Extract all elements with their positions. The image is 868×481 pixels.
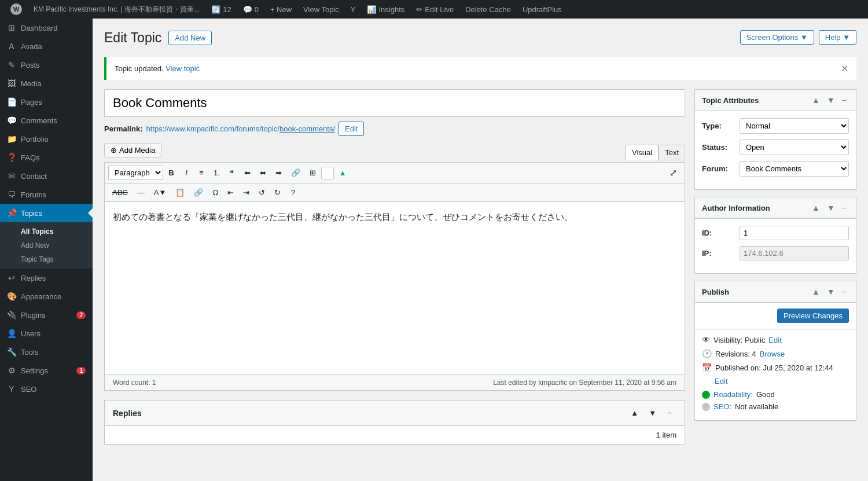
replies-collapse-up-button[interactable]: ▲ — [627, 406, 642, 420]
insert-link-button[interactable]: 🔗 — [190, 186, 207, 199]
publish-hide-button[interactable]: − — [840, 286, 849, 298]
elementor-button[interactable]: ▲ — [335, 166, 351, 179]
horizontal-rule-button[interactable]: — — [133, 186, 149, 199]
revisions-row: 🕐 Revisions: 4 Browse — [702, 349, 849, 358]
author-hide-button[interactable]: − — [840, 202, 849, 214]
tools-icon: 🔧 — [7, 347, 16, 357]
redo-button[interactable]: ↻ — [270, 186, 285, 199]
wp-logo-link[interactable]: W — [6, 0, 27, 19]
paste-button[interactable]: 📋 — [171, 186, 189, 199]
sidebar-item-dashboard[interactable]: ⊞ Dashboard — [0, 19, 93, 37]
screen-options-button[interactable]: Screen Options ▼ — [740, 30, 814, 45]
font-color-button[interactable]: A▼ — [150, 186, 171, 199]
submenu-item-topic-tags[interactable]: Topic Tags — [0, 252, 93, 266]
align-right-button[interactable]: ➡ — [271, 166, 286, 179]
bold-button[interactable]: B — [164, 166, 178, 179]
submenu-item-all-topics[interactable]: All Topics — [0, 225, 93, 238]
blockquote-button[interactable]: ❝ — [225, 166, 239, 179]
sidebar-item-topics[interactable]: 📌 Topics — [0, 204, 93, 222]
sidebar-item-comments[interactable]: 💬 Comments — [0, 111, 93, 130]
permalink-url[interactable]: https://www.kmpacific.com/forums/topic/b… — [146, 124, 335, 133]
site-name-link[interactable]: KM Pacific Investments Inc. | 海外不動産投資・資産… — [29, 0, 204, 19]
topic-attr-down-button[interactable]: ▼ — [825, 94, 837, 106]
visibility-row: 👁 Visibility: Public Edit — [702, 335, 849, 344]
strikethrough-button[interactable]: ABC — [108, 186, 132, 199]
topic-attributes-box: Topic Attributes ▲ ▼ − Type: Normal — [694, 89, 856, 190]
sidebar-item-portfolio[interactable]: 📁 Portfolio — [0, 130, 93, 148]
italic-button[interactable]: I — [179, 166, 193, 179]
forum-select[interactable]: Book Comments — [740, 161, 849, 177]
tab-visual[interactable]: Visual — [626, 145, 659, 160]
author-down-button[interactable]: ▼ — [825, 202, 837, 214]
table-button[interactable]: ⊞ — [306, 166, 320, 179]
sidebar-item-avada[interactable]: A Avada — [0, 37, 93, 56]
sidebar-item-tools[interactable]: 🔧 Tools — [0, 343, 93, 361]
tab-text[interactable]: Text — [659, 145, 685, 160]
sidebar-item-replies[interactable]: ↩ Replies — [0, 269, 93, 287]
seo-link[interactable]: SEO: — [713, 402, 731, 411]
replies-hide-button[interactable]: − — [663, 406, 676, 420]
readability-link[interactable]: Readability: — [713, 390, 753, 399]
view-topic-link[interactable]: View Topic — [299, 0, 344, 19]
sidebar-item-media[interactable]: 🖼 Media — [0, 74, 93, 93]
color-picker-button[interactable] — [321, 167, 334, 179]
post-title-input[interactable] — [104, 89, 685, 117]
insights-link[interactable]: 📊 Insights — [362, 0, 409, 19]
sidebar-item-contact[interactable]: ✉ Contact — [0, 167, 93, 185]
sidebar-item-plugins[interactable]: 🔌 Plugins 7 — [0, 306, 93, 324]
comments-link[interactable]: 💬 0 — [238, 0, 263, 19]
outdent-button[interactable]: ⇤ — [223, 186, 238, 199]
type-select[interactable]: Normal Sticky Super Sticky — [740, 118, 849, 134]
sidebar-item-faqs[interactable]: ❓ FAQs — [0, 148, 93, 167]
replies-collapse-down-button[interactable]: ▼ — [645, 406, 660, 420]
yoast-icon[interactable]: Y — [346, 0, 361, 19]
published-edit-link[interactable]: Edit — [715, 377, 727, 385]
sidebar-item-forums[interactable]: 🗨 Forums — [0, 185, 93, 204]
link-button[interactable]: 🔗 — [287, 166, 304, 179]
expand-toolbar-button[interactable]: ⤢ — [665, 165, 681, 181]
dashboard-icon: ⊞ — [7, 23, 16, 32]
edit-live-link[interactable]: ✏ Edit Live — [411, 0, 458, 19]
publish-up-button[interactable]: ▲ — [810, 286, 822, 298]
sidebar-item-posts[interactable]: ✎ Posts — [0, 56, 93, 74]
publish-down-button[interactable]: ▼ — [825, 286, 837, 298]
topic-attr-up-button[interactable]: ▲ — [810, 94, 822, 106]
add-media-button[interactable]: ⊕ Add Media — [104, 143, 161, 157]
align-center-button[interactable]: ⬌ — [256, 166, 270, 179]
add-media-label: Add Media — [119, 146, 155, 155]
indent-button[interactable]: ⇥ — [239, 186, 253, 199]
view-topic-link[interactable]: View topic — [165, 64, 200, 73]
sidebar-item-pages[interactable]: 📄 Pages — [0, 93, 93, 111]
help-toolbar-button[interactable]: ? — [286, 186, 300, 199]
editor-content[interactable]: 初めての著書となる「家業を継げなかった三代目、継がなかった三代目」について、ぜひ… — [104, 201, 685, 375]
add-new-button[interactable]: Add New — [168, 31, 212, 45]
sidebar-item-appearance[interactable]: 🎨 Appearance — [0, 287, 93, 306]
align-left-button[interactable]: ⬅ — [240, 166, 255, 179]
updates-link[interactable]: 🔄 12 — [207, 0, 236, 19]
published-on-label: Published on: Jul 25, 2020 at 12:44 — [715, 363, 833, 372]
paragraph-select[interactable]: Paragraph Heading 1 Heading 2 Heading 3 — [108, 166, 163, 180]
sidebar-item-seo[interactable]: Y SEO — [0, 380, 93, 398]
help-button[interactable]: Help ▼ — [819, 30, 856, 45]
revisions-browse-link[interactable]: Browse — [760, 350, 785, 358]
sidebar-item-users[interactable]: 👤 Users — [0, 324, 93, 343]
author-up-button[interactable]: ▲ — [810, 202, 822, 214]
topic-attr-hide-button[interactable]: − — [840, 94, 849, 106]
status-select[interactable]: Open Closed — [740, 139, 849, 155]
special-chars-button[interactable]: Ω — [208, 186, 222, 199]
unordered-list-button[interactable]: ≡ — [194, 166, 208, 179]
ordered-list-button[interactable]: 1. — [209, 166, 224, 179]
author-id-input[interactable] — [740, 226, 849, 240]
new-link[interactable]: + New — [266, 0, 296, 19]
submenu-item-add-new[interactable]: Add New — [0, 238, 93, 252]
permalink-edit-button[interactable]: Edit — [339, 122, 364, 136]
undo-button[interactable]: ↺ — [255, 186, 269, 199]
visibility-edit-link[interactable]: Edit — [768, 336, 781, 344]
delete-cache-link[interactable]: Delete Cache — [461, 0, 516, 19]
sidebar-item-settings[interactable]: ⚙ Settings 1 — [0, 361, 93, 380]
updraftplus-link[interactable]: UpdraftPlus — [518, 0, 567, 19]
replies-count: 1 item — [104, 426, 685, 445]
comments-count: 0 — [255, 5, 259, 14]
notice-dismiss-button[interactable]: ✕ — [841, 63, 848, 74]
preview-changes-button[interactable]: Preview Changes — [777, 309, 849, 323]
